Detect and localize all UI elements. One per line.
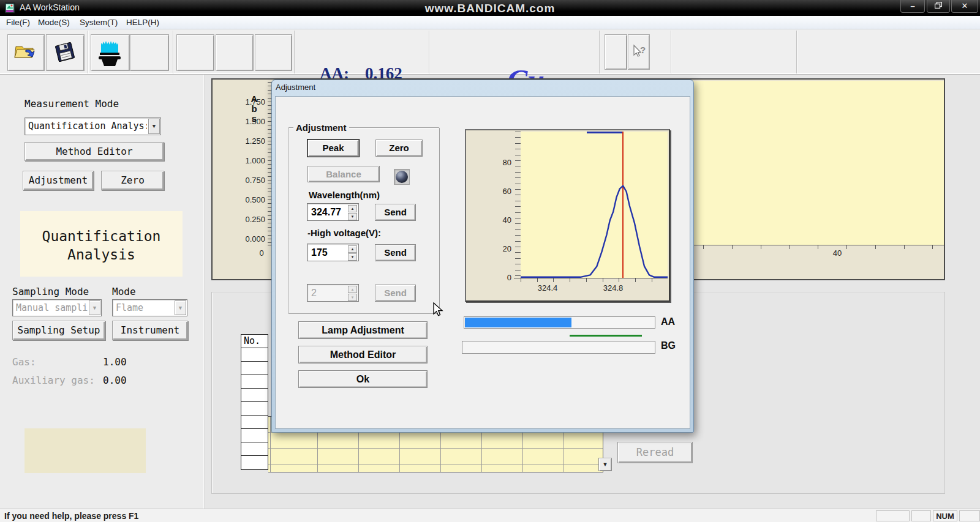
lamp-adjustment-button[interactable]: Lamp Adjustment xyxy=(298,321,428,339)
method-editor-button-dialog[interactable]: Method Editor xyxy=(298,346,428,364)
open-file-button[interactable] xyxy=(7,34,45,71)
wavelength-value: 324.77 xyxy=(311,207,341,218)
bg-reference-line xyxy=(570,335,642,337)
send-voltage-button[interactable]: Send xyxy=(375,244,416,261)
toolbar-button-empty[interactable] xyxy=(255,34,292,71)
instrument-button[interactable]: Instrument xyxy=(112,321,188,340)
table-row[interactable] xyxy=(241,456,268,469)
spin-up-icon[interactable]: ▲ xyxy=(348,205,357,212)
energy-curve xyxy=(466,130,669,300)
y-axis-title: A b s xyxy=(249,94,259,124)
chevron-down-icon[interactable]: ▼ xyxy=(148,119,160,134)
sampling-setup-button[interactable]: Sampling Setup xyxy=(12,321,105,340)
sampling-mode-label: Sampling Mode xyxy=(12,286,89,297)
close-button[interactable]: ✕ xyxy=(951,0,978,13)
measurement-mode-value: Quantification Analys: xyxy=(28,121,147,132)
table-row[interactable] xyxy=(241,442,268,456)
table-row[interactable] xyxy=(241,362,268,375)
high-voltage-label: -High voltage(V): xyxy=(307,228,381,238)
y-tick-label: 1.000 xyxy=(231,156,265,165)
table-row[interactable] xyxy=(241,348,268,362)
send-slit-button: Send xyxy=(375,285,416,302)
adjustment-button[interactable]: Adjustment xyxy=(23,171,94,190)
dialog-client: Adjustment Peak Zero Balance Wavelength(… xyxy=(275,96,690,429)
bg-progress-label: BG xyxy=(661,340,676,351)
menu-mode[interactable]: Mode(S) xyxy=(34,17,74,28)
chevron-down-icon: ▼ xyxy=(89,300,100,315)
toolbar-separator xyxy=(429,31,429,73)
aux-gas-label: Auxiliary gas: xyxy=(12,375,95,386)
zero-button[interactable]: Zero xyxy=(101,171,164,190)
menu-system[interactable]: System(T) xyxy=(76,17,121,28)
burner-flame-icon xyxy=(96,37,126,70)
toolbar-button-empty[interactable] xyxy=(605,34,627,70)
left-panel: Measurement Mode Quantification Analys: … xyxy=(0,75,205,509)
group-label: Adjustment xyxy=(293,122,349,133)
menu-file[interactable]: File(F) xyxy=(2,17,34,28)
spin-down-icon: ▼ xyxy=(348,294,357,301)
zero-button-dialog[interactable]: Zero xyxy=(375,140,423,157)
menu-bar: File(F) Mode(S) System(T) HELP(H) xyxy=(0,16,980,29)
method-editor-button[interactable]: Method Editor xyxy=(24,142,164,161)
toolbar-button-empty[interactable] xyxy=(216,34,254,71)
spin-down-icon[interactable]: ▼ xyxy=(348,253,357,261)
aux-gas-value: 0.00 xyxy=(103,375,127,386)
measurement-mode-combo[interactable]: Quantification Analys: ▼ xyxy=(24,117,161,135)
bg-progress-bar xyxy=(462,341,655,354)
aa-progress-bar xyxy=(464,316,655,329)
analysis-mode-box: Quantification Analysis xyxy=(20,211,183,277)
wavelength-scan-chart: 80 60 40 20 0 324.4 324.8 xyxy=(465,129,670,302)
table-row[interactable] xyxy=(241,429,268,442)
toolbar-button-empty[interactable] xyxy=(176,34,214,71)
table-row[interactable] xyxy=(241,375,268,389)
svg-text:?: ? xyxy=(640,45,646,55)
wavelength-spinner[interactable]: 324.77 ▲ ▼ xyxy=(307,203,359,221)
minimize-button[interactable]: – xyxy=(900,0,925,13)
y-tick-label: 1.500 xyxy=(231,117,265,126)
analysis-mode-line1: Quantification xyxy=(20,227,183,245)
results-no-column: No. xyxy=(241,334,268,470)
aa-progress-label: AA xyxy=(661,316,675,327)
num-lock-indicator: NUM xyxy=(933,510,957,521)
status-segment xyxy=(876,510,910,521)
app-window: AA WorkStation www.BANDICAM.com – ✕ File… xyxy=(0,0,980,522)
toolbar-separator xyxy=(173,31,173,73)
x-tick-label: 40 xyxy=(828,248,846,258)
high-voltage-spinner[interactable]: 175 ▲ ▼ xyxy=(307,244,359,261)
spin-up-icon: ▲ xyxy=(348,286,357,293)
context-help-button[interactable]: ? xyxy=(628,34,650,70)
toolbar-button-empty[interactable] xyxy=(130,34,169,71)
table-row[interactable] xyxy=(241,402,268,416)
slit-value: 2 xyxy=(311,288,317,299)
mode-label: Mode xyxy=(112,286,136,297)
spin-down-icon[interactable]: ▼ xyxy=(348,213,357,220)
analysis-mode-line2: Analysis xyxy=(20,245,183,264)
restore-button[interactable] xyxy=(927,0,950,13)
table-row[interactable] xyxy=(241,389,268,402)
reread-button[interactable]: Reread xyxy=(617,442,693,463)
table-header-no: No. xyxy=(241,335,268,348)
balance-button: Balance xyxy=(307,166,380,182)
peak-button[interactable]: Peak xyxy=(307,140,359,157)
led-icon xyxy=(396,171,408,183)
save-button[interactable] xyxy=(46,34,85,71)
status-segment xyxy=(911,510,931,521)
table-row[interactable] xyxy=(241,416,268,429)
toolbar-separator xyxy=(796,31,797,73)
y-tick-label: 0.250 xyxy=(231,215,265,224)
flame-burner-button[interactable] xyxy=(91,34,130,71)
y-tick-label: 1.750 xyxy=(231,97,265,106)
status-segment xyxy=(959,510,980,521)
grid-dropdown-button[interactable]: ▼ xyxy=(598,458,612,471)
toolbar-separator xyxy=(294,31,295,73)
status-bar: If you need help, please press F1 NUM xyxy=(0,509,980,522)
sampling-mode-value: Manual sampli xyxy=(16,302,88,313)
spin-up-icon[interactable]: ▲ xyxy=(348,245,357,253)
mouse-cursor xyxy=(432,302,445,317)
send-wavelength-button[interactable]: Send xyxy=(375,204,416,221)
title-bar: AA WorkStation www.BANDICAM.com – ✕ xyxy=(0,0,980,16)
toolbar: AA:0.162 BG: Cu ? xyxy=(0,29,980,75)
ok-button[interactable]: Ok xyxy=(298,370,428,388)
menu-help[interactable]: HELP(H) xyxy=(123,17,163,28)
gas-value: 1.00 xyxy=(103,356,127,368)
